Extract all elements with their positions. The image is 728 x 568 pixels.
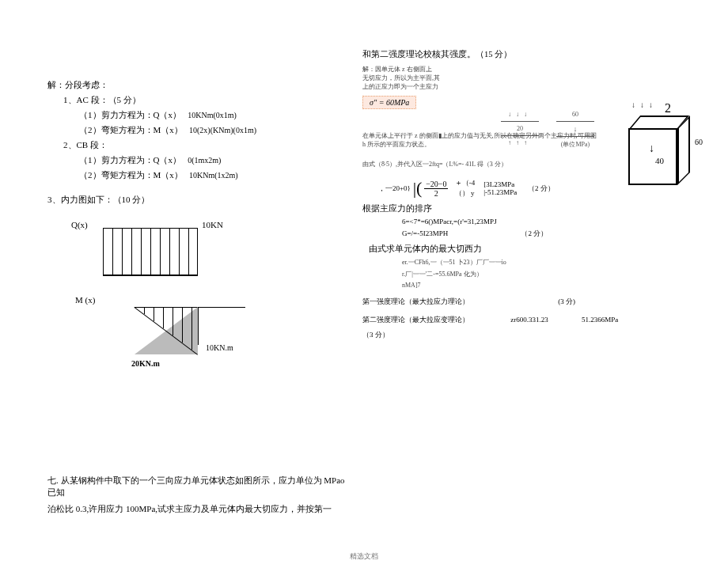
cube-label-2: 2 bbox=[665, 101, 671, 115]
theory2-label: 第二强度理论（最大拉应变理论） bbox=[362, 316, 469, 324]
sigma-box: σ" = 60MPa bbox=[362, 96, 416, 109]
sec1-m-row: （2）弯矩方程为：M（x） 10(2x)(KNm)(0x1m) bbox=[47, 124, 348, 136]
sec1-m-expr: 10(2x)(KNm)(0x1m) bbox=[189, 126, 256, 134]
tau-c: nMA]7 bbox=[362, 282, 711, 289]
bar-icon bbox=[556, 136, 594, 137]
theory1-label: 第一强度理论（最大拉应力理论） bbox=[362, 297, 469, 305]
bracket-b: |-51.23MPa bbox=[483, 188, 517, 196]
mini3-label: (单位MPa) bbox=[561, 141, 590, 148]
score-2b: （2 分） bbox=[521, 229, 548, 237]
sec1-q-expr: 10KNm(0x1m) bbox=[188, 111, 237, 119]
hatch-line bbox=[169, 228, 170, 275]
moment-hypotenuse bbox=[135, 307, 198, 354]
cube-label-40: 40 bbox=[655, 156, 664, 165]
ten-kn-label: 10KN bbox=[202, 220, 223, 229]
hatch-line bbox=[160, 228, 161, 275]
left-column: 解：分段考虑： 1、AC 段：（5 分） （1）剪力方程为：Q（x） 10KNm… bbox=[47, 79, 348, 518]
hatch-line bbox=[173, 307, 173, 335]
sec1-title: 1、AC 段：（5 分） bbox=[47, 94, 348, 106]
hatch-line bbox=[188, 228, 189, 275]
tau-title: 由式求单元体内的最大切西力 bbox=[362, 244, 711, 255]
hatch-line bbox=[179, 228, 180, 275]
sec1-q-label: （1）剪力方程为：Q（x） bbox=[79, 110, 181, 119]
sec2-q-label: （1）剪力方程为：Q（x） bbox=[79, 155, 181, 165]
shear-axis bbox=[103, 275, 198, 276]
cube-figure: ↓↓↓ 2 ↓ 40 60 bbox=[616, 104, 711, 223]
right-para1c: 上的正应力即为一个主应力 bbox=[362, 82, 711, 91]
theory2-val: zr600.331.23 bbox=[510, 316, 548, 324]
frac-num: −20−0 bbox=[424, 180, 448, 189]
hatch-line bbox=[154, 307, 154, 321]
hatch-line bbox=[191, 307, 192, 350]
hatch-line bbox=[131, 228, 132, 275]
hatch-line bbox=[144, 307, 145, 314]
sec2-q-expr: 0(1mx2m) bbox=[188, 156, 221, 165]
sec1-q-row: （1）剪力方程为：Q（x） 10KNm(0x1m) bbox=[47, 109, 348, 121]
hatch-line bbox=[150, 228, 151, 275]
sec2-q-row: （1）剪力方程为：Q（x） 0(1mx2m) bbox=[47, 154, 348, 166]
moment-diagram: M (x) 10KN.m 20KN.m bbox=[103, 291, 261, 386]
mini1-label: 20 bbox=[517, 125, 523, 132]
theory1-row: 第一强度理论（最大拉应力理论） (3 分) bbox=[362, 297, 711, 307]
diag-title: 3、内力图如下：（10 分） bbox=[47, 194, 348, 206]
right-column: 和第二强度理论校核其强度。（15 分） 解：因单元体 z 右侧面上 无切应力，所… bbox=[362, 49, 711, 343]
theory2-row: 第二强度理论（最大拉应变理论） zr600.331.23 51.2366MPa bbox=[362, 315, 711, 325]
right-para1a: 解：因单元体 z 右侧面上 bbox=[362, 65, 711, 74]
right-para1b: 无切应力，所以为主平面,其 bbox=[362, 74, 711, 82]
problem7-line-b: 泊松比 0.3,许用应力 100MPa,试求主应力及单元体内最大切应力，并按第一 bbox=[47, 503, 348, 515]
theory2-mpa: 51.2366MPa bbox=[582, 316, 618, 324]
hatch-line bbox=[112, 228, 113, 275]
fraction: −20−0 2 bbox=[424, 180, 448, 198]
mini-sketch-1: ↓↓↓ 20 ↑↑↑ bbox=[501, 111, 539, 146]
intro: 解：分段考虑： bbox=[47, 79, 348, 91]
frac-pre: ，一20+0} bbox=[362, 184, 411, 192]
moment-vert bbox=[198, 307, 199, 345]
hatch-line bbox=[141, 228, 142, 275]
arrows-icon: ↓↓↓ bbox=[501, 111, 539, 118]
cube-down-arrows-icon: ↓↓↓ bbox=[631, 100, 658, 109]
shear-diagram: Q(x) 10KN bbox=[103, 220, 229, 283]
mini-sketch-2: 60 ↓ (单位MPa) bbox=[556, 111, 594, 149]
mini2-label: 60 bbox=[572, 111, 578, 118]
theory1-score: (3 分) bbox=[558, 297, 575, 305]
ten-knm-label: 10KN.m bbox=[206, 343, 233, 352]
page-footer: 精选文档 bbox=[0, 551, 728, 562]
arrows-icon: ↑↑↑ bbox=[501, 139, 539, 146]
twenty-knm-label: 20KN.m bbox=[131, 359, 160, 368]
right-heading: 和第二强度理论校核其强度。（15 分） bbox=[362, 49, 711, 60]
tau-a: er.一CFh6,一（一51 卜23）厂厂一一io bbox=[362, 258, 711, 267]
sec2-title: 2、CB 段： bbox=[47, 139, 348, 151]
sort-b-text: G=/=-5I23MPH bbox=[402, 229, 448, 237]
bar-icon bbox=[501, 121, 539, 122]
bracket-a: [3L23MPa bbox=[483, 180, 514, 188]
frac-den: 2 bbox=[424, 189, 448, 198]
cube-label-60: 60 bbox=[695, 138, 703, 146]
problem7-line-a: 七. 从某钢构件中取下的一个三向应力单元体状态如图所示，应力单位为 MPao 已… bbox=[47, 475, 348, 498]
tau-b: r.厂|一一'二-=55.6MPa 化为） bbox=[362, 270, 711, 278]
score-2a: （2 分） bbox=[528, 184, 555, 192]
sec2-m-label: （2）弯矩方程为：M（x） bbox=[79, 170, 183, 180]
sort-b: G=/=-5I23MPH （2 分） bbox=[362, 229, 711, 239]
cube-side-face bbox=[677, 115, 690, 185]
m-of-x-label: M (x) bbox=[75, 295, 95, 305]
frac-y: （） y bbox=[455, 189, 475, 197]
sec1-m-label: （2）弯矩方程为：M（x） bbox=[79, 125, 183, 134]
hatch-line bbox=[182, 307, 183, 343]
paren-big-icon: |( bbox=[413, 180, 423, 196]
hatch-line bbox=[163, 307, 164, 328]
bar-icon bbox=[556, 121, 594, 122]
q-of-x-label: Q(x) bbox=[71, 220, 88, 229]
hatch-line bbox=[122, 228, 123, 275]
frac-mid: ＋（-4 bbox=[455, 179, 476, 187]
cube-front-face bbox=[628, 128, 677, 185]
sec2-m-row: （2）弯矩方程为：M（x） 10KNm(1x2m) bbox=[47, 169, 348, 181]
bar-icon bbox=[501, 135, 539, 136]
arrow-down-icon: ↓ bbox=[649, 142, 654, 155]
sec2-m-expr: 10KNm(1x2m) bbox=[189, 171, 238, 180]
theory2-score: （3 分） bbox=[362, 330, 711, 340]
